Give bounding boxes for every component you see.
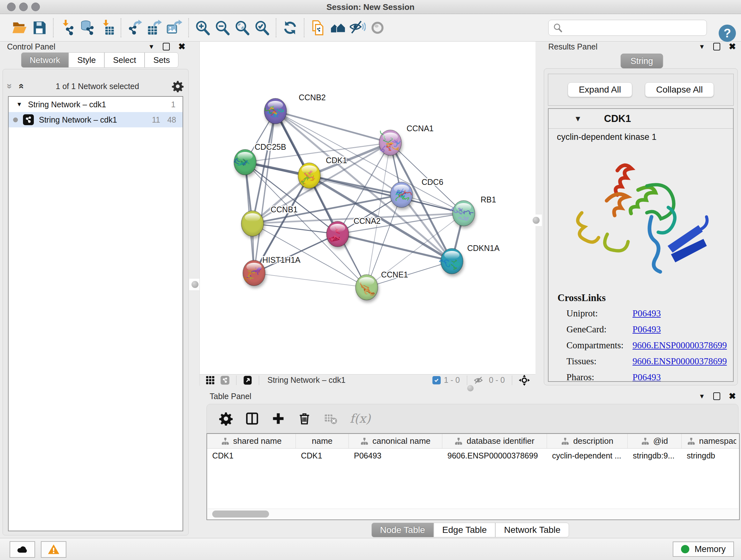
left-splitter[interactable] [191,42,199,538]
table-cell[interactable]: stringdb [682,449,740,462]
table-cell[interactable]: CDK1 [207,449,296,462]
node-section-header[interactable]: ▼ CDK1 [549,109,733,129]
zoom-fit-button[interactable] [232,18,252,38]
network-collection-row[interactable]: ▼ String Network – cdk1 1 [9,97,183,112]
open-session-button[interactable] [10,18,29,38]
import-table-from-file-button[interactable] [97,18,117,38]
close-panel-icon[interactable]: ✖ [729,392,736,401]
crosslink-link[interactable]: P06493 [632,372,661,382]
expand-all-button[interactable]: Expand All [568,82,632,97]
show-columns-icon[interactable] [245,412,259,426]
tab-sets[interactable]: Sets [145,52,179,68]
gear-icon[interactable] [172,80,184,92]
zoom-in-button[interactable] [193,18,212,38]
right-splitter-handle[interactable] [530,214,542,226]
network-node-CDK1[interactable] [298,163,320,188]
help-button[interactable]: ? [719,24,736,42]
scrollbar-thumb[interactable] [212,510,269,517]
tab-string[interactable]: String [621,54,663,68]
network-view-icon[interactable] [220,375,230,385]
hide-selected-button[interactable] [348,18,367,38]
network-node-CCNA2[interactable] [327,221,349,247]
network-node-CDKN1A[interactable] [440,248,463,274]
table-horizontal-scrollbar[interactable] [208,509,738,519]
network-node-CDC25B[interactable] [234,149,256,175]
close-panel-icon[interactable]: ✖ [729,43,736,51]
apply-layout-button[interactable] [280,18,300,38]
export-table-button[interactable] [145,18,165,38]
network-node-CCNA1[interactable] [379,130,401,155]
tab-edge-table[interactable]: Edge Table [434,523,495,537]
network-node-CDC6[interactable] [390,182,413,207]
network-node-CCNB2[interactable] [264,98,286,124]
tab-network[interactable]: Network [21,52,69,68]
detach-view-icon[interactable] [243,375,253,385]
network-node-CCNB1[interactable] [241,211,264,236]
crosslink-link[interactable]: P06493 [632,324,661,334]
network-node-RB1[interactable] [450,200,475,226]
warnings-button[interactable] [41,541,66,558]
network-node-HIST1H1A[interactable] [243,260,265,286]
column-header-description[interactable]: description [547,434,628,448]
export-image-button[interactable] [165,18,185,38]
column-header--id[interactable]: @id [628,434,682,448]
column-header-name[interactable]: name [296,434,349,448]
table-cell[interactable]: stringdb:9... [628,449,682,462]
function-builder-icon[interactable]: f(x) [350,412,370,426]
show-hidden-button[interactable] [367,18,387,38]
close-panel-icon[interactable]: ✖ [178,43,185,51]
table-cell[interactable]: cyclin-dependent ... [547,449,628,462]
delete-column-icon[interactable] [297,412,312,426]
panel-menu-icon[interactable]: ▼ [699,393,705,400]
right-splitter[interactable] [536,42,542,391]
collapse-all-button[interactable]: Collapse All [645,82,714,97]
zoom-selected-button[interactable] [252,18,272,38]
float-panel-icon[interactable] [713,43,720,51]
panel-menu-icon[interactable]: ▼ [148,43,155,51]
add-column-icon[interactable] [271,412,285,426]
tab-select[interactable]: Select [105,52,145,68]
expand-all-icon[interactable]: » [16,84,25,89]
collapse-triangle-icon[interactable]: ▼ [16,101,22,108]
crosslink-link[interactable]: 9606.ENSP00000378699 [632,340,727,351]
clone-network-button[interactable] [308,18,328,38]
horizontal-splitter-handle[interactable] [467,385,474,391]
network-node-CCNE1[interactable] [355,274,378,300]
selected-checkbox-icon[interactable] [432,376,441,384]
import-network-from-file-button[interactable] [57,18,77,38]
cloud-status-button[interactable] [10,541,35,558]
save-session-button[interactable] [29,18,49,38]
table-options-gear-icon[interactable] [219,412,233,426]
column-header-database-identifier[interactable]: database identifier [442,434,547,448]
network-row[interactable]: String Network – cdk1 11 48 [9,112,183,127]
collapse-triangle-icon[interactable]: ▼ [574,114,582,123]
search-input[interactable] [566,23,706,32]
import-network-from-database-button[interactable] [77,18,97,38]
grid-view-icon[interactable] [205,375,215,385]
search-box[interactable] [548,20,707,36]
column-header-canonical-name[interactable]: canonical name [349,434,442,448]
column-header-namespace[interactable]: namespace [682,434,740,448]
delete-table-icon[interactable] [324,412,338,426]
table-cell[interactable]: 9606.ENSP00000378699 [442,449,547,462]
tab-style[interactable]: Style [69,52,105,68]
collapse-all-icon[interactable]: » [5,84,15,89]
zoom-out-button[interactable] [212,18,232,38]
export-network-button[interactable] [125,18,145,38]
panel-menu-icon[interactable]: ▼ [699,43,705,51]
network-canvas[interactable]: CCNB2CCNA1CDC25BCDK1CDC6RB1CCNB1CCNA2CDK… [200,42,536,374]
show-all-button[interactable] [328,18,348,38]
tab-node-table[interactable]: Node Table [372,523,434,537]
memory-button[interactable]: Memory [673,542,734,557]
float-panel-icon[interactable] [163,43,170,51]
float-panel-icon[interactable] [713,392,720,400]
table-cell[interactable]: P06493 [349,449,442,462]
left-splitter-handle[interactable] [189,279,201,290]
hidden-eye-icon[interactable] [474,375,483,385]
column-header-shared-name[interactable]: shared name [207,434,296,448]
table-row[interactable]: CDK1CDK1P064939606.ENSP00000378699cyclin… [207,449,739,462]
table-cell[interactable]: CDK1 [296,449,349,462]
tab-network-table[interactable]: Network Table [495,523,569,537]
birds-eye-icon[interactable] [519,374,530,386]
crosslink-link[interactable]: P06493 [632,308,661,319]
